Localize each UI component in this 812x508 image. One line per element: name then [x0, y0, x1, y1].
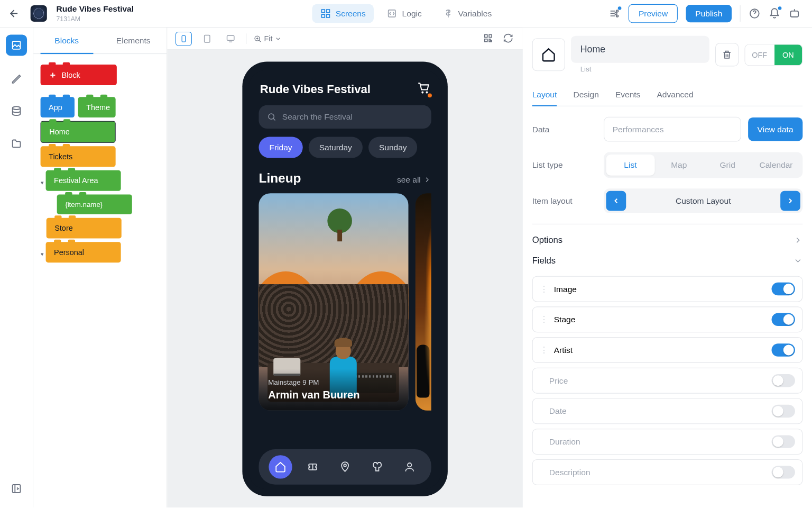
- nav-map[interactable]: [333, 455, 356, 478]
- lineup-card-next[interactable]: [415, 193, 431, 411]
- section-options[interactable]: Options: [532, 224, 803, 256]
- delete-button[interactable]: [715, 43, 738, 66]
- label-list-type: List type: [532, 160, 597, 170]
- preview-button[interactable]: Preview: [629, 4, 678, 23]
- canvas-toolbar: Fit: [167, 28, 523, 50]
- device-desktop[interactable]: [223, 31, 239, 46]
- layout-value[interactable]: Custom Layout: [626, 196, 780, 206]
- rail-data[interactable]: [6, 101, 27, 122]
- block-store[interactable]: Store: [47, 218, 122, 239]
- nav-tickets[interactable]: [301, 455, 325, 478]
- back-button[interactable]: [7, 6, 21, 21]
- tab-blocks[interactable]: Blocks: [33, 28, 100, 53]
- rail-files[interactable]: [6, 133, 27, 155]
- chip-sunday[interactable]: Sunday: [368, 137, 418, 158]
- device-phone[interactable]: [176, 31, 192, 46]
- field-label: Description: [549, 467, 590, 477]
- topbar: Rude Vibes Festival 7131AM Screens Logic…: [0, 0, 812, 28]
- drag-handle-icon[interactable]: ⋮: [540, 284, 548, 294]
- tab-elements[interactable]: Elements: [100, 28, 167, 53]
- assistant-icon[interactable]: [789, 7, 800, 19]
- block-item-name[interactable]: {item.name}: [57, 194, 132, 214]
- left-panel: Blocks Elements Block App Theme Home Tic…: [33, 28, 167, 507]
- rail-design[interactable]: [6, 68, 27, 89]
- svg-point-6: [615, 13, 617, 15]
- svg-point-20: [269, 114, 274, 119]
- lineup-card[interactable]: Mainstage 9 PM Armin van Buuren: [259, 193, 408, 411]
- nav-profile[interactable]: [398, 455, 421, 478]
- svg-rect-13: [182, 35, 185, 42]
- seg-map[interactable]: Map: [654, 155, 703, 176]
- svg-point-11: [13, 106, 21, 110]
- field-row-stage: ⋮Stage: [532, 306, 803, 332]
- search-input[interactable]: Search the Festival: [259, 105, 431, 129]
- qr-icon[interactable]: [483, 33, 494, 44]
- field-toggle[interactable]: [772, 374, 795, 387]
- zoom-select[interactable]: Fit: [253, 34, 282, 43]
- rp-tab-events[interactable]: Events: [615, 84, 641, 106]
- field-label: Price: [549, 376, 568, 385]
- field-label: Image: [554, 284, 577, 294]
- see-all-link[interactable]: see all: [397, 175, 431, 185]
- layout-next[interactable]: [780, 191, 800, 211]
- label-item-layout: Item layout: [532, 196, 597, 206]
- component-name-input[interactable]: Home: [571, 36, 709, 63]
- rail-collapse[interactable]: [6, 478, 27, 499]
- field-toggle[interactable]: [772, 283, 795, 295]
- svg-point-7: [616, 15, 619, 17]
- svg-rect-0: [321, 10, 325, 13]
- block-home[interactable]: Home: [41, 121, 116, 143]
- view-data-button[interactable]: View data: [748, 117, 802, 141]
- field-row-artist: ⋮Artist: [532, 337, 803, 363]
- add-block-button[interactable]: Block: [41, 65, 117, 85]
- device-tablet[interactable]: [199, 31, 215, 46]
- rail-screens[interactable]: [6, 34, 27, 56]
- settings-toggle-icon[interactable]: [608, 7, 620, 19]
- rp-tab-advanced[interactable]: Advanced: [657, 84, 693, 106]
- seg-grid[interactable]: Grid: [703, 155, 752, 176]
- refresh-icon[interactable]: [503, 33, 514, 44]
- toggle-on[interactable]: ON: [774, 44, 802, 65]
- field-label: Stage: [554, 315, 576, 324]
- app-name: Rude Vibes Festival: [57, 5, 134, 14]
- field-toggle[interactable]: [772, 313, 795, 326]
- rp-tab-layout[interactable]: Layout: [532, 84, 557, 106]
- card-title: Armin van Buuren: [268, 389, 399, 401]
- seg-calendar[interactable]: Calendar: [752, 155, 800, 176]
- field-toggle[interactable]: [772, 466, 795, 478]
- seg-list[interactable]: List: [606, 155, 655, 176]
- block-theme[interactable]: Theme: [78, 97, 116, 117]
- field-toggle[interactable]: [772, 435, 795, 448]
- field-toggle[interactable]: [772, 405, 795, 418]
- svg-rect-3: [327, 14, 330, 17]
- svg-rect-19: [485, 39, 487, 41]
- component-type-icon: [532, 38, 565, 71]
- chip-saturday[interactable]: Saturday: [309, 137, 363, 158]
- tab-variables[interactable]: Variables: [435, 4, 500, 23]
- card-subtitle: Mainstage 9 PM: [268, 378, 399, 387]
- publish-button[interactable]: Publish: [686, 5, 732, 22]
- help-icon[interactable]: [749, 7, 760, 19]
- visibility-toggle[interactable]: OFF ON: [744, 44, 802, 66]
- block-app[interactable]: App: [41, 97, 75, 117]
- svg-rect-18: [489, 34, 492, 37]
- notifications-icon[interactable]: [769, 7, 780, 19]
- cart-icon[interactable]: [417, 81, 430, 97]
- tab-screens[interactable]: Screens: [312, 4, 374, 23]
- layout-prev[interactable]: [606, 191, 626, 211]
- section-fields[interactable]: Fields: [532, 256, 803, 276]
- drag-handle-icon[interactable]: ⋮: [540, 346, 548, 355]
- drag-handle-icon[interactable]: ⋮: [540, 315, 548, 324]
- block-festival-area[interactable]: Festival Area: [46, 170, 121, 191]
- data-select[interactable]: Performances: [604, 117, 741, 142]
- block-tickets[interactable]: Tickets: [41, 146, 116, 167]
- field-toggle[interactable]: [772, 343, 795, 356]
- tab-logic[interactable]: Logic: [379, 4, 430, 23]
- app-icon: [31, 5, 47, 22]
- block-personal[interactable]: Personal: [46, 242, 121, 262]
- chip-friday[interactable]: Friday: [259, 137, 302, 158]
- rp-tab-design[interactable]: Design: [573, 84, 598, 106]
- toggle-off[interactable]: OFF: [745, 44, 774, 65]
- nav-home[interactable]: [269, 455, 292, 478]
- nav-store[interactable]: [365, 455, 389, 478]
